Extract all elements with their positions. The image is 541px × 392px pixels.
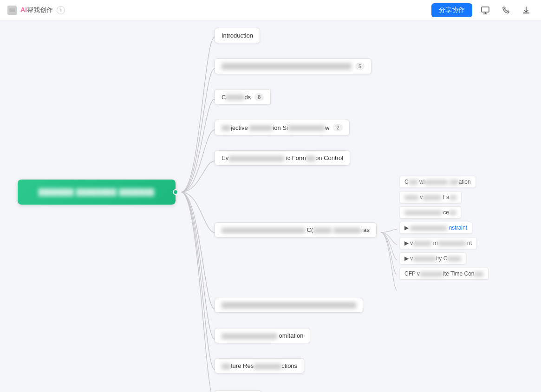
svg-rect-1 (482, 7, 489, 12)
add-button[interactable]: + (57, 6, 65, 14)
node9-label: ture Resctions (222, 362, 297, 369)
node3-badge: 8 (254, 93, 264, 101)
logo-help: 帮我创作 (27, 6, 53, 13)
sub3-label: ce (404, 209, 456, 216)
central-node-text: ███████ ████████ ███████ (39, 188, 155, 196)
sub7-label: CFP vite Time Con (404, 270, 483, 277)
node8-label: omitation (222, 332, 303, 339)
node5-label: Ev ic Formon Control (222, 154, 343, 161)
sub1-label: C wi ation (404, 179, 471, 185)
branch-node5[interactable]: Ev ic Formon Control (215, 150, 350, 166)
sub-node-6[interactable]: ▶ vity C (399, 252, 466, 264)
branch-node9[interactable]: ture Resctions (215, 358, 304, 373)
svg-rect-0 (9, 8, 15, 12)
node7-label (222, 302, 356, 308)
central-node[interactable]: ███████ ████████ ███████ (18, 180, 176, 205)
node4-badge: 2 (333, 124, 342, 131)
sub4-label: ▶ nstraint (404, 225, 467, 231)
share-button[interactable]: 分享协作 (431, 3, 472, 17)
sub-node-3[interactable]: ce (399, 206, 461, 218)
phone-icon-button[interactable] (498, 3, 513, 18)
sub6-label: ▶ vity C (404, 255, 461, 262)
central-node-handle (173, 189, 178, 195)
branch-introduction[interactable]: Introduction (215, 28, 260, 43)
app-header: Ai帮我创作 + 分享协作 (0, 0, 541, 20)
presentation-icon-button[interactable] (478, 3, 493, 18)
introduction-label: Introduction (222, 32, 253, 39)
download-icon-button[interactable] (519, 3, 534, 18)
logo-ai: Ai (20, 6, 27, 13)
node3-label: Cds (222, 94, 251, 101)
sub-node-2[interactable]: v Fa (399, 191, 462, 203)
header-left: Ai帮我创作 + (7, 6, 65, 15)
node4-label: jective ion Siw (222, 124, 329, 131)
node6-label: C( ras (222, 226, 370, 233)
header-right: 分享协作 (431, 3, 534, 18)
branch-node3[interactable]: Cds 8 (215, 89, 271, 105)
sub5-label: ▶ v m nt (404, 240, 472, 246)
branch-node6[interactable]: C( ras (215, 222, 377, 238)
sub-node-5[interactable]: ▶ v m nt (399, 237, 477, 249)
branch-node7[interactable] (215, 298, 363, 313)
app-icon (7, 6, 17, 15)
sub-node-1[interactable]: C wi ation (399, 176, 476, 188)
sub-node-7[interactable]: CFP vite Time Con (399, 268, 489, 280)
logo-text: Ai帮我创作 (20, 6, 53, 14)
node2-label (222, 63, 352, 70)
branch-node8[interactable]: omitation (215, 328, 310, 343)
node2-badge: 5 (355, 63, 365, 70)
sub2-label: v Fa (404, 194, 456, 200)
sub-node-4[interactable]: ▶ nstraint (399, 222, 472, 234)
branch-node2[interactable]: 5 (215, 58, 372, 74)
branch-node4[interactable]: jective ion Siw 2 (215, 120, 350, 135)
branch-conclusions[interactable]: Conclusions (215, 390, 261, 392)
mind-map-canvas: ███████ ████████ ███████ Introduction 5 … (0, 20, 541, 392)
